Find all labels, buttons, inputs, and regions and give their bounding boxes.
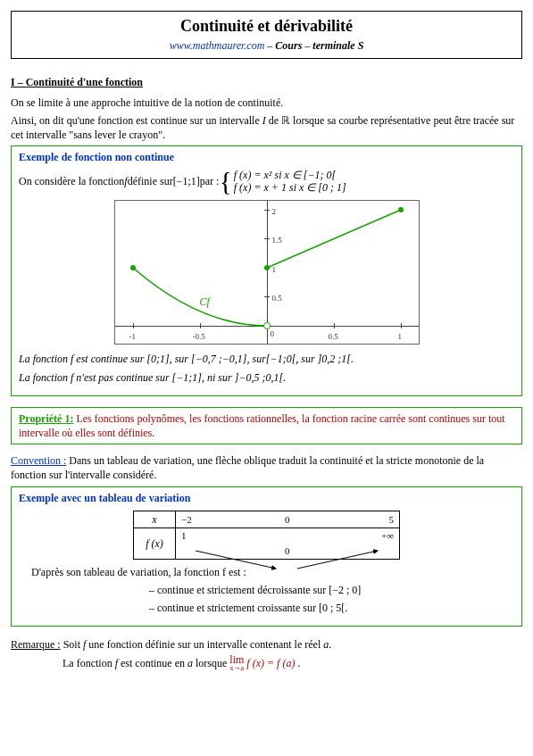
doc-subtitle: www.mathmaurer.com – Cours – terminale S (19, 38, 514, 53)
svg-line-1 (196, 551, 276, 569)
example-intro: On considère la fonction f définie sur [… (19, 168, 514, 195)
example-conclusion: La fonction f n'est pas continue sur [−1… (19, 370, 514, 385)
property-label: Propriété 1: (19, 412, 73, 425)
property-box: Propriété 1: Les fonctions polynômes, le… (11, 407, 522, 444)
open-point-icon (263, 322, 271, 329)
convention-label: Convention : (11, 454, 66, 467)
remark-label: Remarque : (11, 638, 61, 651)
example-conclusion: La fonction f est continue sur [0;1], su… (19, 352, 514, 366)
example-box: Exemple avec un tableau de variation x −… (11, 486, 522, 627)
document-header: Continuité et dérivabilité www.mathmaure… (11, 11, 522, 59)
curve-label: Cf (200, 295, 210, 309)
example-conclusion: – continue et strictement décroissante s… (108, 583, 514, 597)
function-plot: 2 1.5 1 0.5 0 -1 -0.5 0.5 1 Cf (114, 200, 420, 345)
example-conclusion: – continue et strictement croissante sur… (108, 601, 514, 615)
variation-arrows (176, 544, 399, 574)
doc-type: Cours (275, 39, 302, 52)
doc-level: terminale S (312, 39, 363, 52)
piecewise-def: { f (x) = x² si x ∈ [−1; 0[ f (x) = x + … (219, 168, 346, 195)
svg-line-0 (267, 210, 401, 268)
left-brace-icon: { (219, 168, 231, 195)
closed-point-icon (264, 265, 270, 270)
remark-line: La fonction f est continue en a lorsque … (11, 655, 522, 673)
limit-expr: lim x→a (229, 655, 244, 673)
example-box: Exemple de fonction non continue On cons… (11, 145, 522, 396)
site-link[interactable]: www.mathmaurer.com (170, 39, 265, 52)
section-text: Ainsi, on dit qu'une fonction est contin… (11, 113, 522, 142)
section-text: On se limite à une approche intuitive de… (11, 96, 522, 110)
remark-line: Remarque : Soit f une fonction définie s… (11, 637, 522, 652)
closed-point-icon (130, 265, 136, 270)
closed-point-icon (398, 207, 404, 212)
variation-table: x −2 0 5 f (x) 1 0 +∞ (133, 511, 400, 560)
example-title: Exemple avec un tableau de variation (19, 491, 514, 505)
property-text: Les fonctions polynômes, les fonctions r… (19, 412, 505, 439)
doc-title: Continuité et dérivabilité (19, 15, 514, 37)
svg-line-2 (297, 551, 378, 569)
example-title: Exemple de fonction non continue (19, 150, 514, 164)
section-title: I – Continuité d'une fonction (11, 75, 522, 89)
convention-line: Convention : Dans un tableau de variatio… (11, 453, 522, 482)
